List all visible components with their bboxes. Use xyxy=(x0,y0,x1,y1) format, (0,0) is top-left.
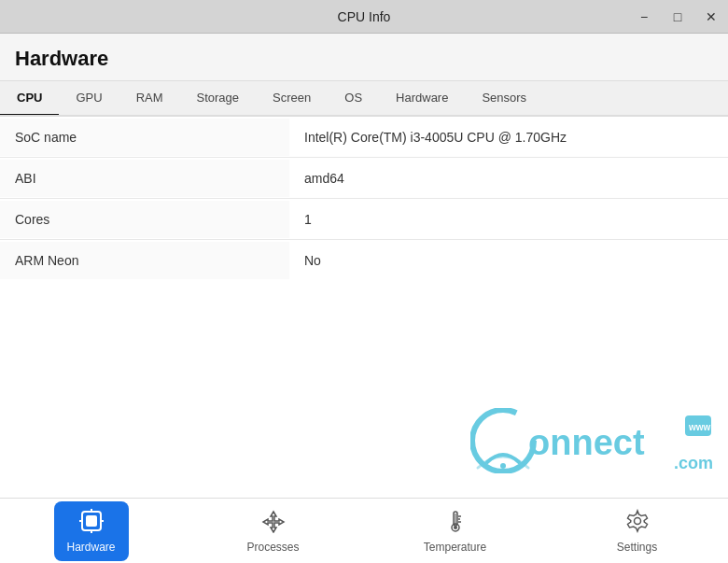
table-row: SoC nameIntel(R) Core(TM) i3-4005U CPU @… xyxy=(0,117,728,158)
hardware-label: Hardware xyxy=(66,541,115,554)
row-label: Cores xyxy=(0,201,289,238)
bottom-nav-hardware[interactable]: Hardware xyxy=(54,501,129,561)
nav-tabs: CPUGPURAMStorageScreenOSHardwareSensors xyxy=(0,81,728,117)
minimize-button[interactable]: − xyxy=(627,0,661,34)
row-value: Intel(R) Core(TM) i3-4005U CPU @ 1.70GHz xyxy=(289,119,728,156)
svg-point-6 xyxy=(500,463,506,469)
tab-os[interactable]: OS xyxy=(328,81,379,117)
window-controls: − □ ✕ xyxy=(627,0,728,33)
svg-rect-8 xyxy=(86,515,97,527)
row-label: ARM Neon xyxy=(0,242,289,279)
row-label: ABI xyxy=(0,160,289,197)
app-header: Hardware xyxy=(0,34,728,81)
app-content: Hardware CPUGPURAMStorageScreenOSHardwar… xyxy=(0,34,728,563)
svg-text:onnect: onnect xyxy=(528,423,645,462)
bottom-nav: Hardware Processes Temperature Settings xyxy=(0,498,728,563)
settings-label: Settings xyxy=(617,541,657,554)
bottom-nav-settings[interactable]: Settings xyxy=(600,501,675,561)
info-table: SoC nameIntel(R) Core(TM) i3-4005U CPU @… xyxy=(0,117,728,321)
tab-hardware[interactable]: Hardware xyxy=(379,81,465,117)
temperature-icon xyxy=(443,509,468,537)
table-row: ARM NeonNo xyxy=(0,240,728,281)
row-value: 1 xyxy=(289,201,728,238)
tab-cpu[interactable]: CPU xyxy=(0,81,59,117)
row-value: No xyxy=(289,242,728,279)
title-bar: CPU Info − □ ✕ xyxy=(0,0,728,34)
maximize-button[interactable]: □ xyxy=(661,0,694,34)
row-value: amd64 xyxy=(289,160,728,197)
hardware-icon xyxy=(79,509,104,537)
tab-storage[interactable]: Storage xyxy=(180,81,257,117)
bottom-nav-processes[interactable]: Processes xyxy=(236,501,311,561)
svg-text:.com: .com xyxy=(674,454,713,472)
svg-text:www: www xyxy=(688,422,711,432)
table-row: Cores1 xyxy=(0,199,728,240)
page-title: Hardware xyxy=(15,47,108,70)
svg-point-16 xyxy=(454,526,457,529)
bottom-nav-temperature[interactable]: Temperature xyxy=(418,501,493,561)
table-row: ABIamd64 xyxy=(0,158,728,199)
close-button[interactable]: ✕ xyxy=(694,0,728,34)
tab-gpu[interactable]: GPU xyxy=(59,81,119,117)
svg-rect-15 xyxy=(455,514,455,525)
tab-screen[interactable]: Screen xyxy=(256,81,328,117)
tab-ram[interactable]: RAM xyxy=(119,81,180,117)
processes-icon xyxy=(261,509,286,537)
connect-logo: C onnect .com www xyxy=(470,408,713,477)
row-label: SoC name xyxy=(0,119,289,156)
settings-icon xyxy=(625,509,650,537)
temperature-label: Temperature xyxy=(424,541,486,554)
window-title: CPU Info xyxy=(338,9,391,24)
processes-label: Processes xyxy=(246,541,299,554)
svg-point-20 xyxy=(634,517,640,524)
tab-sensors[interactable]: Sensors xyxy=(465,81,543,117)
